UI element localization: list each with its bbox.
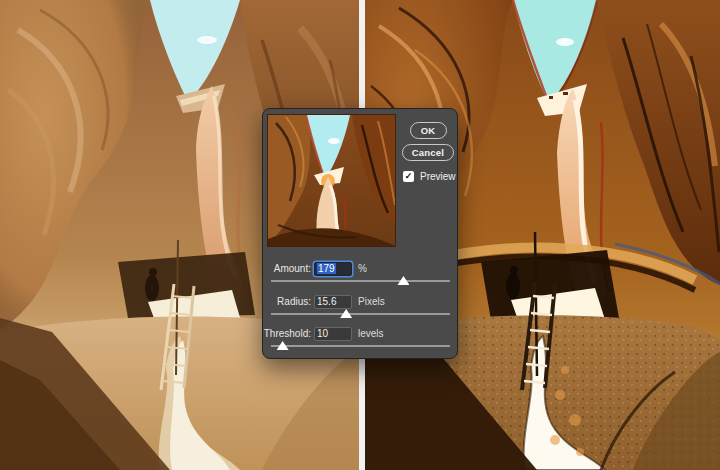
- preview-checkbox[interactable]: ✓: [403, 171, 414, 182]
- radius-input[interactable]: 15.6: [314, 295, 352, 309]
- preview-toggle-row: ✓ Preview: [403, 171, 456, 182]
- threshold-row: Threshold: 10 levels: [263, 326, 457, 341]
- radius-slider-track: [271, 313, 450, 315]
- preview-label: Preview: [420, 171, 456, 182]
- amount-row: Amount: 179 %: [263, 261, 457, 276]
- threshold-label: Threshold:: [263, 328, 311, 339]
- preview-thumbnail-art: [268, 115, 396, 247]
- unsharp-mask-dialog: OK Cancel ✓ Preview Amount: 179 % Radius…: [262, 108, 458, 359]
- radius-label: Radius:: [263, 296, 311, 307]
- threshold-unit: levels: [358, 328, 384, 339]
- radius-row: Radius: 15.6 Pixels: [263, 294, 457, 309]
- cancel-button[interactable]: Cancel: [402, 144, 454, 161]
- dialog-controls-column: OK Cancel ✓ Preview: [401, 122, 455, 182]
- dialog-preview-thumbnail[interactable]: [267, 114, 396, 247]
- amount-slider[interactable]: [271, 276, 450, 286]
- amount-input[interactable]: 179: [314, 262, 352, 276]
- radius-slider[interactable]: [271, 309, 450, 319]
- amount-unit: %: [358, 263, 367, 274]
- threshold-slider-track: [271, 345, 450, 347]
- ok-button[interactable]: OK: [410, 122, 447, 139]
- threshold-input[interactable]: 10: [314, 327, 352, 341]
- canvas-stage: OK Cancel ✓ Preview Amount: 179 % Radius…: [0, 0, 720, 470]
- threshold-slider[interactable]: [271, 341, 450, 351]
- radius-unit: Pixels: [358, 296, 385, 307]
- amount-label: Amount:: [263, 263, 311, 274]
- amount-slider-track: [271, 280, 450, 282]
